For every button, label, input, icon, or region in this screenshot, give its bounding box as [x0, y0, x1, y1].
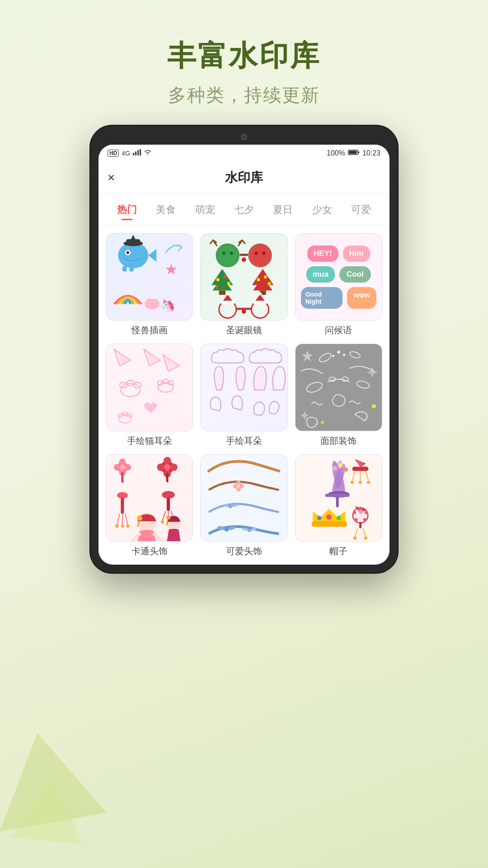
svg-point-148: [364, 536, 367, 539]
time-display: 10:23: [362, 149, 380, 157]
svg-rect-133: [312, 521, 347, 527]
svg-point-141: [363, 518, 366, 521]
hd-badge: HD: [108, 150, 119, 157]
wm-item-greetings[interactable]: HEY! Him mua Cool Good Night wow 问候语: [295, 233, 382, 336]
svg-rect-6: [348, 151, 357, 154]
wm-card-ear-drawings: [200, 344, 287, 431]
svg-point-134: [326, 514, 332, 519]
svg-point-24: [242, 258, 246, 262]
wm-card-monsters: ★ 🦄: [106, 233, 193, 321]
svg-point-32: [216, 278, 220, 281]
tab-hot[interactable]: 热门: [108, 199, 146, 220]
svg-point-28: [263, 251, 266, 255]
tab-summer[interactable]: 夏日: [263, 199, 302, 220]
svg-point-65: [338, 351, 340, 354]
svg-point-27: [255, 251, 258, 255]
svg-point-147: [353, 536, 357, 539]
wm-item-cartoon-hair[interactable]: 卡通头饰: [106, 454, 193, 557]
bars-icon: [133, 149, 141, 157]
svg-point-123: [343, 467, 348, 472]
svg-point-128: [351, 481, 354, 484]
svg-point-140: [365, 511, 368, 514]
svg-point-130: [367, 481, 370, 484]
tab-pets[interactable]: 萌宠: [186, 199, 225, 220]
wm-label-cute-hair: 可爱头饰: [226, 545, 262, 557]
svg-rect-10: [122, 266, 127, 272]
svg-point-129: [359, 481, 362, 484]
svg-point-114: [229, 505, 232, 508]
svg-point-72: [371, 404, 376, 409]
svg-point-46: [226, 292, 230, 295]
svg-line-92: [125, 514, 128, 525]
svg-point-77: [114, 464, 120, 470]
wm-card-cute-hair: [200, 454, 287, 542]
wm-card-cartoon-hair: [106, 454, 193, 542]
bubble-hey: HEY!: [307, 245, 338, 262]
svg-point-105: [137, 515, 142, 521]
svg-rect-2: [137, 150, 139, 156]
svg-rect-31: [219, 291, 225, 295]
wm-label-cat-ears: 手绘猫耳朵: [127, 435, 172, 447]
svg-point-18: [153, 298, 158, 303]
svg-point-115: [225, 527, 229, 532]
svg-point-35: [216, 285, 219, 288]
svg-point-41: [268, 282, 271, 285]
svg-line-98: [162, 511, 165, 521]
svg-point-86: [164, 464, 170, 470]
svg-point-143: [352, 511, 356, 514]
phone-camera: [241, 134, 247, 140]
wm-label-hats: 帽子: [329, 545, 347, 557]
wm-label-xmas: 圣诞眼镜: [226, 324, 262, 336]
wm-item-monsters[interactable]: ★ 🦄: [106, 233, 193, 336]
svg-point-17: [147, 298, 151, 303]
svg-point-110: [236, 487, 241, 491]
svg-rect-0: [133, 153, 134, 156]
svg-point-116: [248, 528, 251, 532]
svg-rect-87: [166, 472, 169, 482]
svg-point-66: [343, 354, 345, 356]
wm-label-ear-drawings: 手绘耳朵: [226, 435, 262, 447]
tab-cute[interactable]: 可爱: [342, 199, 380, 220]
svg-point-107: [166, 515, 171, 520]
svg-point-7: [118, 242, 148, 268]
svg-point-136: [337, 516, 341, 520]
status-bar: HD 4G: [99, 145, 389, 162]
status-left: HD 4G: [108, 149, 152, 157]
svg-point-85: [170, 463, 178, 471]
wm-item-ear-drawings[interactable]: 手绘耳朵: [200, 344, 287, 447]
tab-qixi[interactable]: 七夕: [225, 199, 263, 220]
wm-item-cute-hair[interactable]: 可爱头饰: [200, 454, 287, 557]
wm-card-hats: [295, 454, 382, 542]
svg-line-127: [366, 471, 368, 481]
wm-card-xmas: [200, 233, 287, 321]
page-header: 丰富水印库 多种类，持续更新: [167, 36, 321, 108]
wm-item-xmas[interactable]: 圣诞眼镜: [200, 233, 287, 336]
wm-item-face-decor[interactable]: 面部装饰: [295, 344, 382, 447]
svg-rect-144: [359, 522, 361, 528]
tab-food[interactable]: 美食: [146, 199, 185, 220]
wm-item-hats[interactable]: 帽子: [295, 454, 382, 557]
wm-card-face-decor: [295, 344, 382, 431]
wm-label-cartoon-hair: 卡通头饰: [131, 545, 168, 557]
svg-point-122: [338, 463, 343, 468]
page-title: 丰富水印库: [167, 36, 321, 75]
svg-point-101: [161, 520, 164, 523]
svg-point-67: [333, 355, 334, 357]
svg-point-79: [120, 464, 125, 470]
svg-point-121: [333, 466, 337, 471]
svg-rect-80: [121, 472, 123, 483]
status-right: 100% 10:23: [327, 149, 380, 157]
svg-point-39: [257, 278, 260, 281]
tab-girl[interactable]: 少女: [302, 199, 341, 220]
phone-screen: HD 4G: [99, 145, 389, 565]
svg-point-9: [127, 251, 129, 254]
wm-item-cat-ears[interactable]: 手绘猫耳朵: [106, 344, 193, 447]
svg-point-73: [321, 421, 324, 424]
svg-point-112: [239, 484, 244, 488]
svg-line-146: [363, 528, 366, 537]
svg-rect-124: [352, 467, 368, 471]
battery-text: 100%: [327, 149, 345, 157]
svg-point-109: [236, 481, 241, 485]
svg-point-33: [224, 275, 227, 278]
close-button[interactable]: ×: [108, 170, 115, 185]
